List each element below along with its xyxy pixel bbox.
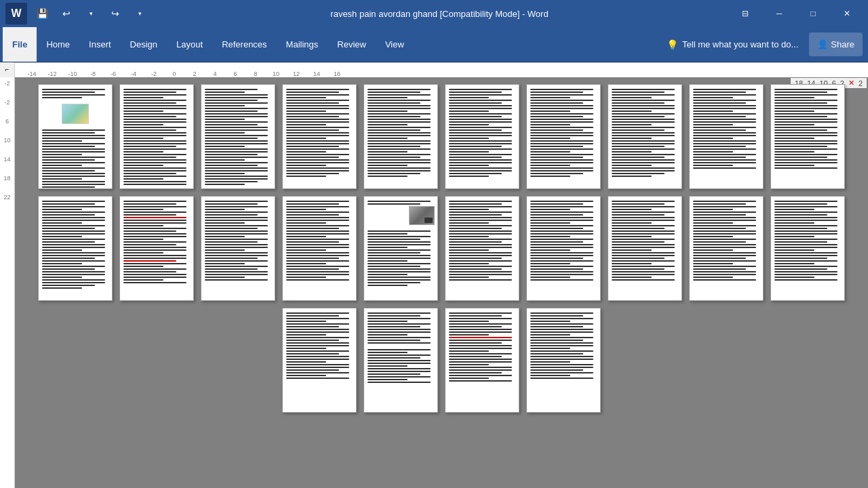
zoom-cross: ✕ (847, 79, 856, 87)
tab-insert[interactable]: Insert (79, 27, 121, 62)
page-thumb-10[interactable] (770, 84, 845, 189)
share-label: Share (831, 39, 854, 49)
tab-mailings[interactable]: Mailings (277, 27, 328, 62)
page-thumb-8[interactable] (608, 84, 682, 189)
page-thumb-21[interactable] (282, 308, 357, 413)
page-thumb-14[interactable] (282, 196, 357, 301)
tab-references[interactable]: References (212, 27, 276, 62)
vertical-ruler: -2 -2 6 10 14 18 22 (0, 77, 15, 488)
page-thumb-7[interactable] (526, 84, 601, 189)
page-thumb-18[interactable] (608, 196, 682, 301)
document-title: ravesh pain avordan ghand [Compatibility… (149, 9, 730, 19)
page-thumb-19[interactable] (689, 196, 764, 301)
tell-me-placeholder: Tell me what you want to do... (682, 39, 798, 49)
page-thumb-22[interactable] (363, 308, 438, 413)
document-canvas[interactable] (15, 77, 868, 488)
window-controls: ⊟ ─ □ ✕ (730, 0, 863, 27)
ruler-corner[interactable]: ⌐ (0, 62, 15, 77)
tab-file[interactable]: File (3, 27, 37, 62)
save-button[interactable]: 💾 (33, 4, 52, 23)
redo-button[interactable]: ↪ (106, 4, 125, 23)
page-thumb-3[interactable] (201, 84, 275, 189)
page-thumb-17[interactable] (526, 196, 601, 301)
tab-home[interactable]: Home (37, 27, 79, 62)
undo-button[interactable]: ↩ (57, 4, 76, 23)
word-app-icon: W (5, 3, 27, 24)
ribbon: File Home Insert Design Layout Reference… (0, 27, 868, 62)
page-thumb-15[interactable] (363, 196, 438, 301)
share-icon: 👤 (817, 39, 828, 49)
page-thumb-5[interactable] (363, 84, 438, 189)
tab-view[interactable]: View (376, 27, 414, 62)
page-thumb-4[interactable] (282, 84, 357, 189)
customize-qat[interactable]: ▾ (130, 4, 149, 23)
ruler-bar: ⌐ -14 -12 -10 -8 -6 -4 -2 0 2 4 6 8 10 1… (0, 62, 868, 77)
title-bar-controls-left: W 💾 ↩ ▾ ↪ ▾ (5, 3, 149, 24)
page-thumb-2[interactable] (119, 84, 194, 189)
page-thumb-20[interactable] (770, 196, 845, 301)
restore-button[interactable]: □ (797, 0, 829, 27)
tab-layout[interactable]: Layout (167, 27, 212, 62)
zoom-x2[interactable]: 2 (857, 79, 864, 87)
tab-review[interactable]: Review (328, 27, 376, 62)
close-button[interactable]: ✕ (831, 0, 863, 27)
page-thumb-9[interactable] (689, 84, 764, 189)
ribbon-display-button[interactable]: ⊟ (730, 0, 761, 27)
share-button[interactable]: 👤 Share (809, 33, 863, 56)
page-1-image (62, 104, 89, 124)
page-thumb-24[interactable] (526, 308, 601, 413)
tab-design[interactable]: Design (121, 27, 167, 62)
page-thumb-23[interactable] (445, 308, 519, 413)
undo-dropdown[interactable]: ▾ (81, 4, 100, 23)
content-area: -2 -2 6 10 14 18 22 (0, 77, 868, 488)
title-bar: W 💾 ↩ ▾ ↪ ▾ ravesh pain avordan ghand [C… (0, 0, 868, 27)
horizontal-ruler: -14 -12 -10 -8 -6 -4 -2 0 2 4 6 8 10 12 … (15, 62, 868, 77)
minimize-button[interactable]: ─ (764, 0, 795, 27)
pages-grid (28, 84, 854, 413)
tell-me-bar[interactable]: 💡 Tell me what you want to do... (658, 27, 806, 62)
page-thumb-11[interactable] (38, 196, 113, 301)
page-thumb-16[interactable] (445, 196, 519, 301)
page-thumb-1[interactable] (38, 84, 113, 189)
ruler-numbers: -14 -12 -10 -8 -6 -4 -2 0 2 4 6 8 10 12 … (15, 63, 347, 77)
page-thumb-13[interactable] (201, 196, 275, 301)
page-thumb-6[interactable] (445, 84, 519, 189)
page-thumb-12[interactable] (119, 196, 194, 301)
